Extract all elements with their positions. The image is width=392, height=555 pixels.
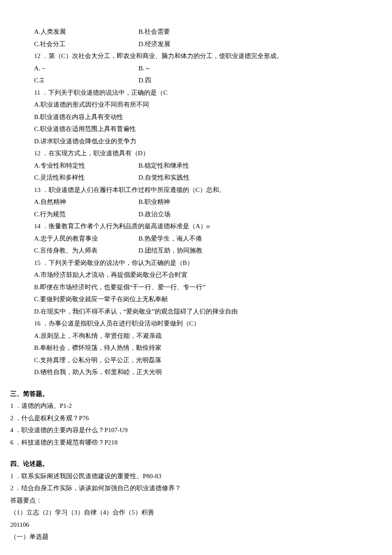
option-d: D.四 (138, 74, 383, 87)
option-row: A.人类发展 B.社会需要 (9, 26, 383, 38)
question-stem: 13 ．职业道德是人们在履行本职工作过程中所应遵循的（C）总和。 (9, 184, 383, 196)
option-a: A.忠于人民的教育事业 (34, 232, 138, 245)
option-row: C.行为规范 D.政治立场 (9, 208, 383, 221)
option-a: A.原则至上，不徇私情，举贤任能，不避亲疏 (9, 330, 383, 342)
essay-item: 2 ．结合自身工作实际，谈谈如何加强自己的职业道德修养？ (9, 482, 383, 494)
option-b: B.稳定性和继承性 (138, 160, 383, 172)
option-a: A.－ (34, 62, 138, 75)
option-d: D.经济发展 (138, 38, 383, 50)
short-answer-item: 1 ．道德的内涵。P1-2 (9, 400, 383, 412)
option-c: C.Ξ (34, 74, 138, 87)
question-stem: 12 ．第（C）次社会大分工，即农业和商业、脑力和体力的分工，使职业道德完全形成… (9, 50, 383, 62)
option-b: B.热爱学生，诲人不倦 (138, 232, 383, 245)
option-d: D.政治立场 (138, 208, 383, 221)
option-a: A.市场经济鼓励人才流动，再提倡爱岗敬业已不合时宜 (9, 269, 383, 281)
option-d: D.自觉性和实践性 (138, 171, 383, 184)
option-row: C.Ξ D.四 (9, 74, 383, 87)
section-3-title: 三、简答题。 (9, 388, 383, 400)
short-answer-item: 6 ．科技道德的主要规范有哪些？P218 (9, 436, 383, 449)
answer-points: （1）立志（2）学习（3）自律（4）合作（5）积善 (9, 506, 383, 519)
answer-label: 答题要点： (9, 494, 383, 507)
option-row: C.言传身教、为人师表 D.团结互助，协同施教 (9, 244, 383, 257)
option-a: A.职业道德的形式因行业不同而有所不同 (9, 99, 383, 111)
section-4-title: 四、论述题。 (9, 458, 383, 470)
option-d: D.团结互助，协同施教 (138, 244, 383, 257)
question-stem: 14 ．衡量教育工作者个人行为利品质的最高道德标准是（A）o (9, 220, 383, 232)
code-line: 201106 (9, 519, 383, 531)
essay-item: 1 ．联系实际阐述我国公民道德建设的重要性。P80-83 (9, 470, 383, 482)
option-b: B.职业道德在内容上具有变动性 (9, 111, 383, 123)
option-d: D.牺牲自我，助人为乐，邻里和睦，正大光明 (9, 366, 383, 378)
subheading: （一）单选题 (9, 531, 383, 543)
question-stem: 12 ．在实现方式上，职业道德具有（D） (9, 147, 383, 160)
option-a: A.自然精神 (34, 196, 138, 208)
option-c: C.支持真理，公私分明，公平公正，光明磊落 (9, 354, 383, 366)
option-c: C.灵活性和多样性 (34, 171, 138, 184)
option-b: B.职业精神 (138, 196, 383, 208)
option-d: D.讲求职业道德会降低企业的竞争力 (9, 135, 383, 148)
option-c: C.职业道德在适用范围上具有普遍性 (9, 123, 383, 135)
option-c: C.要做到爱岗敬业就应一辈子在岗位上无私奉献 (9, 293, 383, 305)
option-b: B.～ (138, 62, 383, 75)
short-answer-item: 2 ．什么是权利义务观？P76 (9, 412, 383, 424)
option-row: A.忠于人民的教育事业 B.热爱学生，诲人不倦 (9, 232, 383, 245)
option-row: C.社会分工 D.经济发展 (9, 38, 383, 50)
option-b: B.即便在市场经济时代，也要提倡“干一行、爱一行、专一行” (9, 281, 383, 293)
option-b: B.社会需要 (138, 26, 383, 38)
option-b: B.奉献社会，襟怀坦荡，待人热情，勤俭持家 (9, 342, 383, 354)
option-row: A.－ B.～ (9, 62, 383, 75)
option-c: C.言传身教、为人师表 (34, 244, 138, 257)
short-answer-item: 4 ．职业道德的主要内容是什么？P107-U9 (9, 424, 383, 436)
question-stem: 11 ．下列关于职业道德的说法中，正确的是（C (9, 87, 383, 99)
option-a: A.人类发展 (34, 26, 138, 38)
option-a: A.专业性和特定性 (34, 160, 138, 172)
option-c: C.行为规范 (34, 208, 138, 221)
question-stem: 16 ．办事公道是指职业人员在进行职业活动时要做到（C） (9, 317, 383, 330)
option-row: A.专业性和特定性 B.稳定性和继承性 (9, 160, 383, 172)
option-row: C.灵活性和多样性 D.自觉性和实践性 (9, 171, 383, 184)
option-row: A.自然精神 B.职业精神 (9, 196, 383, 208)
question-stem: 15 ．下列关于爱岗敬业的说法中，你认为正确的是（B） (9, 257, 383, 269)
option-c: C.社会分工 (34, 38, 138, 50)
option-d: D.在现实中，我们不得不承认，“爱岗敬业”的观念阻碍了人们的择业自由 (9, 305, 383, 318)
